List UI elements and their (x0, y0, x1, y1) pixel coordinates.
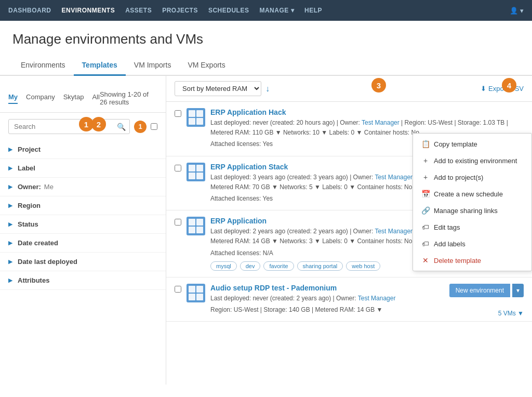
template-checkbox[interactable] (175, 286, 181, 293)
tab-vm-imports[interactable]: VM Imports (126, 56, 180, 76)
download-icon: ⬇ (481, 85, 486, 92)
sort-arrow-icon[interactable]: ↓ (265, 84, 270, 94)
filter-label-label: Label (18, 164, 35, 172)
nav-environments[interactable]: ENVIRONMENTS (62, 2, 115, 19)
vms-count[interactable]: 5 VMs ▼ (498, 310, 524, 317)
template-row: ERP Application Hack Last deployed: neve… (166, 102, 532, 156)
create-schedule-label: Create a new schedule (434, 190, 503, 198)
select-all-checkbox[interactable] (151, 123, 157, 130)
sort-select[interactable]: Sort by Metered RAM (175, 81, 261, 96)
vm-block (196, 110, 203, 117)
search-input[interactable] (8, 119, 130, 134)
context-add-labels[interactable]: 🏷 Add labels (413, 235, 531, 252)
new-environment-dropdown[interactable]: ▾ (512, 284, 524, 297)
template-checkbox[interactable] (175, 219, 181, 226)
template-checkbox[interactable] (175, 165, 181, 171)
filter-attributes[interactable]: ▶ Attributes (0, 271, 166, 290)
subtab-all[interactable]: All (92, 93, 99, 104)
vm-block (189, 286, 195, 293)
filter-label-project: Project (18, 145, 41, 153)
filter-date-deployed[interactable]: ▶ Date last deployed (0, 253, 166, 271)
filter-label[interactable]: ▶ Label (0, 159, 166, 178)
template-checkbox[interactable] (175, 110, 181, 117)
tab-environments[interactable]: Environments (12, 56, 74, 76)
search-wrap: 🔍 (8, 119, 130, 134)
add-existing-label: Add to existing environment (434, 157, 517, 165)
chevron-icon: ▶ (8, 258, 12, 265)
filter-label-owner: Owner: (18, 183, 41, 191)
owner-link[interactable]: Test Manager (362, 119, 400, 126)
tag-pill[interactable]: mysql (210, 261, 237, 271)
chevron-icon: ▶ (8, 221, 12, 228)
filter-project[interactable]: ▶ Project (0, 140, 166, 159)
template-icon (187, 284, 205, 302)
vm-block (196, 219, 203, 226)
nav-help[interactable]: HELP (304, 2, 322, 19)
filter-owner[interactable]: ▶ Owner: Me (0, 178, 166, 196)
filter-label-date-created: Date created (18, 239, 58, 247)
delete-template-label: Delete template (434, 257, 481, 264)
copy-template-label: Copy template (434, 140, 477, 148)
vm-block (196, 294, 203, 300)
context-add-existing[interactable]: + Add to existing environment (413, 152, 531, 169)
context-menu: 📋 Copy template + Add to existing enviro… (413, 133, 532, 271)
chevron-icon: ▶ (8, 277, 12, 284)
subtab-my[interactable]: My (8, 93, 18, 104)
filter-status[interactable]: ▶ Status (0, 215, 166, 234)
nav-schedules[interactable]: SCHEDULES (208, 2, 249, 19)
tab-templates[interactable]: Templates (74, 56, 126, 76)
owner-link[interactable]: Test Manager (375, 228, 413, 235)
template-meta: Last deployed: never (created: 2 years a… (210, 294, 444, 303)
annotation-badge-3: 3 (371, 78, 386, 92)
owner-link[interactable]: Test Manager (358, 295, 396, 302)
export-csv-button[interactable]: ⬇ Export CSV (481, 85, 524, 92)
vm-block (196, 118, 203, 125)
vm-block (189, 110, 195, 117)
plus-icon: + (421, 156, 430, 165)
chevron-icon: ▶ (8, 183, 12, 190)
nav-manage[interactable]: MANAGE ▾ (259, 2, 294, 19)
content-area: My Company Skytap All Showing 1-20 of 26… (0, 76, 532, 385)
filter-region[interactable]: ▶ Region (0, 196, 166, 215)
badge-1[interactable]: 1 (134, 121, 147, 133)
export-label: Export CSV (488, 85, 524, 92)
owner-link[interactable]: Test Manager (375, 174, 413, 181)
template-name[interactable]: Audio setup RDP test - Pademonium (210, 284, 444, 292)
new-environment-button[interactable]: New environment (449, 284, 510, 297)
nav-assets[interactable]: ASSETS (125, 2, 152, 19)
context-manage-sharing[interactable]: 🔗 Manage sharing links (413, 202, 531, 219)
tag-pill[interactable]: sharing portal (297, 261, 343, 271)
context-add-project[interactable]: + Add to project(s) (413, 169, 531, 186)
subtab-skytap[interactable]: Skytap (63, 93, 84, 104)
main-tabs: Environments Templates VM Imports VM Exp… (0, 56, 532, 76)
calendar-icon: 📅 (421, 190, 430, 198)
vm-block (196, 165, 203, 171)
tag-pill[interactable]: favorite (263, 261, 294, 271)
vm-block (189, 227, 195, 233)
vm-block (189, 165, 195, 171)
context-create-schedule[interactable]: 📅 Create a new schedule (413, 186, 531, 202)
context-copy-template[interactable]: 📋 Copy template (413, 136, 531, 152)
plus-icon: + (421, 173, 430, 181)
user-menu[interactable]: 👤 ▾ (510, 7, 524, 15)
tag-pill[interactable]: dev (240, 261, 261, 271)
tab-vm-exports[interactable]: VM Exports (179, 56, 233, 76)
page-header: Manage environments and VMs (0, 21, 532, 47)
add-labels-label: Add labels (434, 240, 466, 248)
subtab-company[interactable]: Company (26, 93, 55, 104)
template-info: Audio setup RDP test - Pademonium Last d… (210, 284, 444, 315)
tag-icon: 🏷 (421, 223, 430, 231)
context-edit-tags[interactable]: 🏷 Edit tags (413, 219, 531, 235)
main-content: Sort by Metered RAM ↓ 3 ⬇ Export CSV 4 E… (166, 76, 532, 385)
filter-label-region: Region (18, 202, 41, 209)
search-icon: 🔍 (117, 123, 126, 131)
edit-tags-label: Edit tags (434, 223, 460, 231)
nav-dashboard[interactable]: DASHBOARD (8, 2, 51, 19)
template-name[interactable]: ERP Application Hack (210, 108, 524, 116)
filter-date-created[interactable]: ▶ Date created (0, 234, 166, 253)
context-delete-template[interactable]: ✕ Delete template (413, 252, 531, 269)
tag-pill[interactable]: web host (346, 261, 380, 271)
nav-projects[interactable]: PROJECTS (162, 2, 198, 19)
sidebar: My Company Skytap All Showing 1-20 of 26… (0, 76, 166, 385)
vm-block (196, 286, 203, 293)
